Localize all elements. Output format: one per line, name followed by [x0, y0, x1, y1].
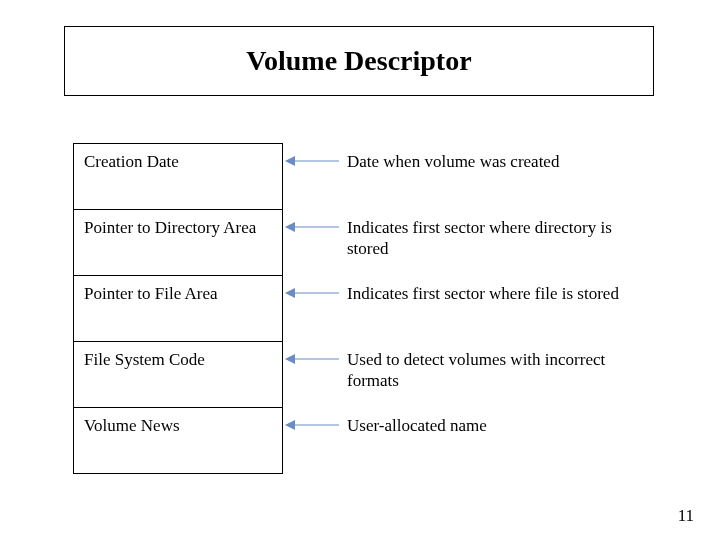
field-label: File System Code	[84, 350, 205, 370]
field-column: Creation Date Pointer to Directory Area …	[73, 143, 283, 474]
svg-marker-7	[285, 354, 295, 364]
arrow-left-icon	[285, 287, 339, 299]
arrow-slot	[283, 341, 343, 407]
page-title: Volume Descriptor	[246, 45, 471, 77]
title-box: Volume Descriptor	[64, 26, 654, 96]
field-cell: Volume News	[74, 407, 282, 473]
description-cell: Indicates first sector where directory i…	[347, 209, 657, 275]
description-text: Indicates first sector where directory i…	[347, 218, 612, 258]
field-label: Volume News	[84, 416, 180, 436]
svg-marker-5	[285, 288, 295, 298]
field-label: Pointer to File Area	[84, 284, 218, 304]
description-text: Indicates first sector where file is sto…	[347, 284, 619, 303]
page-number: 11	[678, 506, 694, 526]
description-cell: Indicates first sector where file is sto…	[347, 275, 657, 341]
description-cell: Date when volume was created	[347, 143, 657, 209]
field-cell: Creation Date	[74, 143, 282, 209]
description-cell: User-allocated name	[347, 407, 657, 473]
arrow-left-icon	[285, 155, 339, 167]
arrow-column	[283, 143, 343, 473]
description-text: Date when volume was created	[347, 152, 559, 171]
arrow-slot	[283, 407, 343, 473]
arrow-slot	[283, 209, 343, 275]
field-label: Creation Date	[84, 152, 179, 172]
description-column: Date when volume was created Indicates f…	[347, 143, 657, 473]
svg-marker-1	[285, 156, 295, 166]
svg-marker-9	[285, 420, 295, 430]
field-cell: File System Code	[74, 341, 282, 407]
description-cell: Used to detect volumes with incorrect fo…	[347, 341, 657, 407]
arrow-left-icon	[285, 419, 339, 431]
field-label: Pointer to Directory Area	[84, 218, 256, 238]
description-text: User-allocated name	[347, 416, 487, 435]
description-text: Used to detect volumes with incorrect fo…	[347, 350, 605, 390]
svg-marker-3	[285, 222, 295, 232]
field-cell: Pointer to Directory Area	[74, 209, 282, 275]
arrow-slot	[283, 143, 343, 209]
arrow-slot	[283, 275, 343, 341]
arrow-left-icon	[285, 221, 339, 233]
field-cell: Pointer to File Area	[74, 275, 282, 341]
arrow-left-icon	[285, 353, 339, 365]
